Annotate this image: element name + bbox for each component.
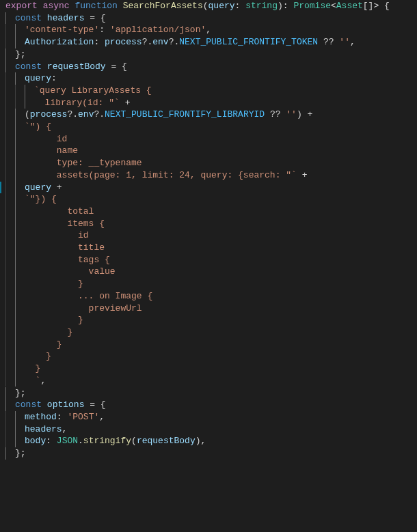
code-line: id <box>5 229 417 242</box>
code-line: } <box>5 363 417 375</box>
code-line: tags { <box>5 254 417 266</box>
code-line: } <box>5 314 417 326</box>
code-line: const headers = { <box>5 12 417 25</box>
code-editor[interactable]: export async function SearchForAssets(qu… <box>0 0 417 460</box>
code-line: const requestBody = { <box>5 61 417 73</box>
code-line: name <box>5 145 417 157</box>
code-line: `") { <box>5 121 417 133</box>
code-line: export async function SearchForAssets(qu… <box>5 0 417 12</box>
code-line: previewUrl <box>5 303 417 315</box>
code-line: } <box>5 278 417 290</box>
code-line: }; <box>5 387 417 400</box>
gutter <box>0 0 4 460</box>
code-line: library(id: "` + <box>5 97 417 109</box>
code-line: (process?.env?.NEXT_PUBLIC_FRONTIFY_LIBR… <box>5 109 417 121</box>
code-line: `"}) { <box>5 193 417 206</box>
code-lines: export async function SearchForAssets(qu… <box>5 0 417 460</box>
code-line: }; <box>5 48 417 61</box>
code-line: type: __typename <box>5 157 417 169</box>
code-line: } <box>5 339 417 351</box>
code-line: ... on Image { <box>5 290 417 303</box>
code-line: 'content-type': 'application/json', <box>5 24 417 36</box>
code-line: `query LibraryAssets { <box>5 85 417 97</box>
code-line: query: <box>5 72 417 85</box>
code-line: title <box>5 242 417 254</box>
code-line: const options = { <box>5 399 417 411</box>
code-line: Authorization: process?.env?.NEXT_PUBLIC… <box>5 36 417 48</box>
code-line: `, <box>5 375 417 387</box>
code-line: value <box>5 266 417 278</box>
code-line: assets(page: 1, limit: 24, query: {searc… <box>5 169 417 182</box>
code-line: total <box>5 206 417 218</box>
code-line: query + <box>5 182 417 194</box>
code-line: body: JSON.stringify(requestBody), <box>5 435 417 447</box>
code-line: headers, <box>5 423 417 436</box>
code-line: id <box>5 133 417 145</box>
code-line: }; <box>5 447 417 460</box>
code-line: method: 'POST', <box>5 411 417 423</box>
code-line: } <box>5 350 417 363</box>
code-line: items { <box>5 218 417 230</box>
code-line: } <box>5 326 417 339</box>
